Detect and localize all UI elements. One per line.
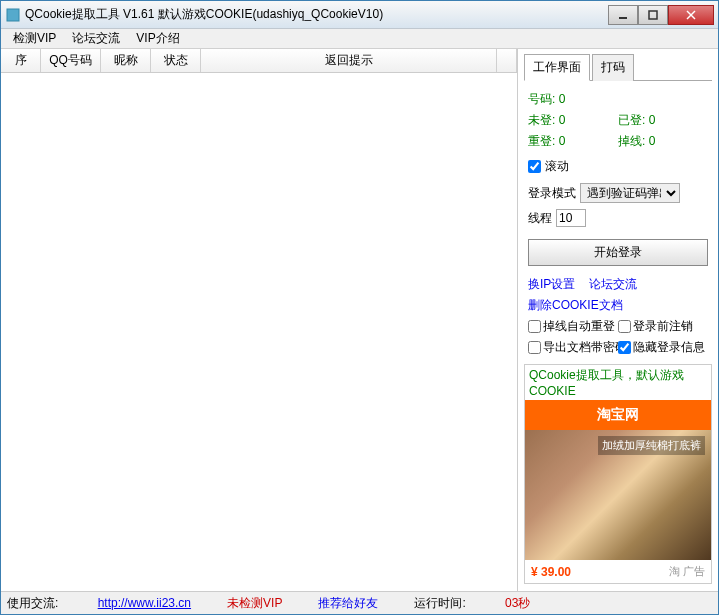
status-contact: 使用交流: http://www.ii23.cn bbox=[7, 595, 191, 612]
status-recommend[interactable]: 推荐给好友 bbox=[318, 595, 378, 612]
link-delete-cookie[interactable]: 删除COOKIE文档 bbox=[528, 298, 623, 312]
label-scroll: 滚动 bbox=[545, 158, 569, 175]
tabs: 工作界面 打码 bbox=[524, 53, 712, 81]
stat-yideng: 已登: 0 bbox=[618, 112, 708, 129]
label-auto-relogin: 掉线自动重登 bbox=[543, 318, 615, 335]
close-icon bbox=[686, 10, 696, 20]
col-qq[interactable]: QQ号码 bbox=[41, 49, 101, 72]
link-forum[interactable]: 论坛交流 bbox=[589, 277, 637, 291]
app-icon bbox=[5, 7, 21, 23]
col-return[interactable]: 返回提示 bbox=[201, 49, 497, 72]
label-export-pwd: 导出文档带密码 bbox=[543, 339, 627, 356]
col-nick[interactable]: 昵称 bbox=[101, 49, 151, 72]
ad-price-row: ¥ 39.00 淘 广告 bbox=[525, 560, 711, 583]
select-login-mode[interactable]: 遇到验证码弹出 bbox=[580, 183, 680, 203]
link-change-ip[interactable]: 换IP设置 bbox=[528, 277, 575, 291]
start-login-button[interactable]: 开始登录 bbox=[528, 239, 708, 266]
checkbox-hide-login[interactable] bbox=[618, 341, 631, 354]
label-thread: 线程 bbox=[528, 210, 552, 227]
menubar: 检测VIP 论坛交流 VIP介绍 bbox=[1, 29, 718, 49]
table-body[interactable] bbox=[1, 73, 517, 591]
minimize-button[interactable] bbox=[608, 5, 638, 25]
stat-haoma: 号码: 0 bbox=[528, 91, 618, 108]
menu-vip-intro[interactable]: VIP介绍 bbox=[128, 28, 187, 49]
checkbox-auto-relogin[interactable] bbox=[528, 320, 541, 333]
ad-title: QCookie提取工具，默认游戏COOKIE bbox=[525, 365, 711, 400]
maximize-button[interactable] bbox=[638, 5, 668, 25]
ad-banner[interactable]: 淘宝网 bbox=[525, 400, 711, 430]
input-thread[interactable] bbox=[556, 209, 586, 227]
maximize-icon bbox=[648, 10, 658, 20]
status-contact-link[interactable]: http://www.ii23.cn bbox=[98, 596, 191, 610]
table-panel: 序 QQ号码 昵称 状态 返回提示 bbox=[1, 49, 518, 591]
checkbox-logout-before[interactable] bbox=[618, 320, 631, 333]
checkbox-export-pwd[interactable] bbox=[528, 341, 541, 354]
statusbar: 使用交流: http://www.ii23.cn 未检测VIP 推荐给好友 运行… bbox=[1, 592, 718, 614]
stat-chongdeng: 重登: 0 bbox=[528, 133, 618, 150]
titlebar[interactable]: QCookie提取工具 V1.61 默认游戏COOKIE(udashiyq_QC… bbox=[1, 1, 718, 29]
ad-image[interactable]: 加绒加厚纯棉打底裤 bbox=[525, 430, 711, 560]
ad-image-text: 加绒加厚纯棉打底裤 bbox=[598, 436, 705, 455]
minimize-icon bbox=[618, 10, 628, 20]
status-runtime: 运行时间: 03秒 bbox=[414, 595, 566, 612]
tab-dama[interactable]: 打码 bbox=[592, 54, 634, 81]
close-button[interactable] bbox=[668, 5, 714, 25]
menu-forum[interactable]: 论坛交流 bbox=[64, 28, 128, 49]
tab-work[interactable]: 工作界面 bbox=[524, 54, 590, 81]
menu-check-vip[interactable]: 检测VIP bbox=[5, 28, 64, 49]
svg-rect-2 bbox=[649, 11, 657, 19]
col-index[interactable]: 序 bbox=[1, 49, 41, 72]
window-title: QCookie提取工具 V1.61 默认游戏COOKIE(udashiyq_QC… bbox=[25, 6, 608, 23]
ad-price: ¥ 39.00 bbox=[531, 565, 571, 579]
col-status[interactable]: 状态 bbox=[151, 49, 201, 72]
tab-content: 号码: 0 未登: 0 已登: 0 重登: 0 掉线: 0 滚动 登录模式 遇到… bbox=[524, 87, 712, 364]
ad-tag: 淘 广告 bbox=[669, 564, 705, 579]
checkbox-scroll[interactable] bbox=[528, 160, 541, 173]
ad-box: QCookie提取工具，默认游戏COOKIE 淘宝网 加绒加厚纯棉打底裤 ¥ 3… bbox=[524, 364, 712, 584]
label-hide-login: 隐藏登录信息 bbox=[633, 339, 705, 356]
status-vip: 未检测VIP bbox=[227, 595, 282, 612]
stat-diaoxian: 掉线: 0 bbox=[618, 133, 708, 150]
svg-rect-0 bbox=[7, 9, 19, 21]
table-header: 序 QQ号码 昵称 状态 返回提示 bbox=[1, 49, 517, 73]
label-login-mode: 登录模式 bbox=[528, 185, 576, 202]
side-panel: 工作界面 打码 号码: 0 未登: 0 已登: 0 重登: 0 掉线: 0 滚动 bbox=[518, 49, 718, 591]
col-spacer bbox=[497, 49, 517, 72]
label-logout-before: 登录前注销 bbox=[633, 318, 693, 335]
stat-weideng: 未登: 0 bbox=[528, 112, 618, 129]
